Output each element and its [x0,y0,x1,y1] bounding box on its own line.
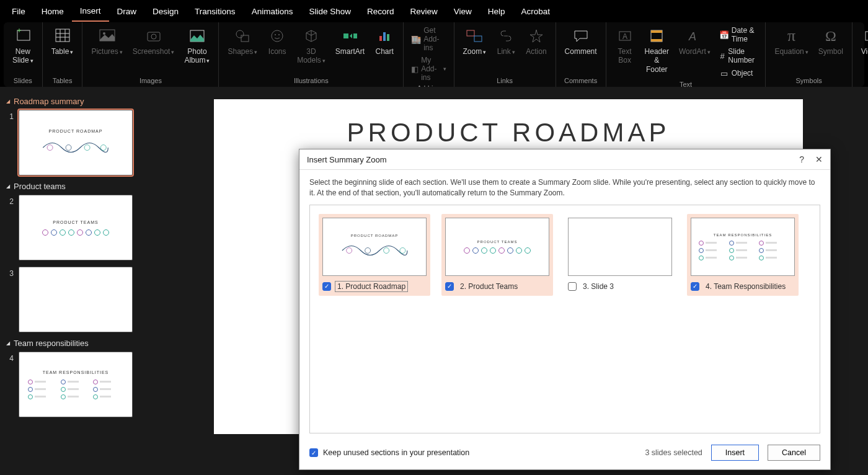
ribbon-group-addins: 🏬Get Add-ins ◧My Add-ins▾ Add-ins [404,22,454,87]
ribbon-group-images: Pictures Screenshot Photo Album Images [82,22,219,87]
icons-icon [267,26,287,46]
slide-thumbnail-panel[interactable]: Roadmap summary1PRODUCT ROADMAPProduct t… [0,87,149,475]
header-footer-icon [647,26,666,46]
dialog-slide-grid: PRODUCT ROADMAP1. Product RoadmapPRODUCT… [309,205,820,433]
menu-tab-insert[interactable]: Insert [72,1,109,22]
svg-point-13 [236,30,244,38]
shapes-button[interactable]: Shapes [224,25,261,57]
option-checkbox[interactable] [445,282,454,291]
svg-point-38 [383,247,389,253]
cancel-button[interactable]: Cancel [768,445,820,461]
link-button[interactable]: Link [492,25,520,57]
object-button[interactable]: ▭Object [717,67,761,79]
section-header[interactable]: Team responsibilities [6,339,143,348]
menu-tab-record[interactable]: Record [359,2,402,21]
slide-thumbnail[interactable] [19,267,133,332]
zoom-slide-option[interactable]: PRODUCT TEAMS2. Product Teams [441,214,553,296]
svg-point-34 [84,144,90,150]
screenshot-button[interactable]: Screenshot [129,25,179,57]
menu-tab-view[interactable]: View [446,2,480,21]
option-checkbox[interactable] [322,282,331,291]
option-checkbox[interactable] [568,282,577,291]
section-header[interactable]: Product teams [6,182,143,191]
slide-thumbnail[interactable]: TEAM RESPONSIBILITIES [19,352,133,417]
svg-rect-18 [343,33,348,38]
svg-rect-14 [241,35,249,42]
get-addins-button[interactable]: 🏬Get Add-ins [409,25,448,53]
photo-album-button[interactable]: Photo Album [180,25,213,66]
svg-rect-28 [651,30,662,33]
svg-rect-31 [866,32,868,40]
header-footer-button[interactable]: Header & Footer [641,25,673,75]
svg-point-33 [66,144,71,150]
svg-point-32 [47,144,53,150]
section-header[interactable]: Roadmap summary [6,97,143,106]
menu-tab-file[interactable]: File [4,2,33,21]
zoom-button[interactable]: Zoom [459,25,490,57]
svg-point-35 [101,144,107,150]
store-icon: 🏬 [411,34,421,44]
group-label-slides: Slides [14,76,32,86]
video-button[interactable]: Video [857,25,868,57]
table-button[interactable]: Table [48,25,78,57]
menu-tab-slide-show[interactable]: Slide Show [301,2,359,21]
slide-title[interactable]: PRODUCT ROADMAP [245,118,772,148]
slide-number: 2 [6,195,14,206]
svg-text:A: A [622,32,627,41]
new-slide-button[interactable]: New Slide [9,25,37,66]
icons-button[interactable]: Icons [264,25,291,57]
zoom-slide-option[interactable]: PRODUCT ROADMAP1. Product Roadmap [319,214,430,296]
svg-point-9 [103,32,105,35]
symbol-button[interactable]: ΩSymbol [815,25,847,57]
insert-button[interactable]: Insert [711,445,759,461]
slide-thumbnail[interactable]: PRODUCT ROADMAP [19,110,133,175]
chart-icon [374,26,394,46]
calendar-icon: 📅 [719,30,729,40]
video-icon [863,26,868,46]
group-label-illus: Illustrations [294,76,329,86]
group-label-symbols: Symbols [796,76,822,86]
table-icon [53,26,73,46]
slide-thumbnail-row: 3 [6,267,143,332]
dialog-close-button[interactable]: ✕ [815,154,823,164]
zoom-slide-option[interactable]: 3. Slide 3 [564,214,676,296]
wordart-button[interactable]: AWordArt [675,25,714,57]
smartart-icon [340,26,360,46]
dialog-header: Insert Summary Zoom ? ✕ [299,149,830,170]
zoom-slide-option[interactable]: TEAM RESPONSIBILITIES4. Team Responsibil… [687,214,799,296]
action-button[interactable]: Action [522,25,550,57]
svg-point-15 [272,30,283,42]
menu-tab-home[interactable]: Home [33,2,72,21]
svg-rect-3 [56,29,69,42]
menu-tab-animations[interactable]: Animations [244,2,301,21]
textbox-icon: A [615,26,635,46]
pictures-button[interactable]: Pictures [87,25,126,57]
menu-tab-review[interactable]: Review [402,2,446,21]
addin-icon: ◧ [411,64,418,74]
comment-button[interactable]: Comment [561,25,601,57]
menu-tab-help[interactable]: Help [480,2,513,21]
menu-tab-design[interactable]: Design [144,2,187,21]
svg-rect-29 [651,39,662,42]
option-checkbox[interactable] [691,282,699,291]
date-time-button[interactable]: 📅Date & Time [717,25,761,45]
menu-tab-draw[interactable]: Draw [109,2,145,21]
menu-tab-transitions[interactable]: Transitions [187,2,244,21]
option-label: 1. Product Roadmap [335,281,408,292]
dialog-help-button[interactable]: ? [799,154,804,164]
my-addins-button[interactable]: ◧My Add-ins▾ [409,55,448,83]
dialog-description: Select the beginning slide of each secti… [309,177,820,198]
textbox-button[interactable]: AText Box [611,25,639,66]
pictures-icon [97,26,117,46]
equation-button[interactable]: πEquation [771,25,812,57]
smartart-button[interactable]: SmartArt [332,25,368,57]
dialog-footer: ✓ Keep unused sections in your presentat… [299,438,830,469]
menu-tab-acrobat[interactable]: Acrobat [513,2,559,21]
keep-sections-checkbox[interactable]: ✓ [309,448,318,457]
3d-models-button[interactable]: 3D Models [293,25,329,66]
shapes-icon [232,26,252,46]
chart-button[interactable]: Chart [371,25,398,57]
slide-thumbnail[interactable]: PRODUCT TEAMS [19,195,133,260]
slide-number: 3 [6,267,14,278]
slide-number-button[interactable]: #Slide Number [717,46,761,66]
